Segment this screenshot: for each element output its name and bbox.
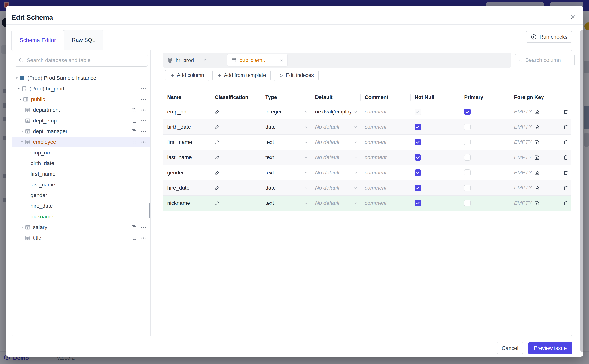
default-select[interactable]: No default — [311, 200, 361, 206]
pencil-icon[interactable] — [215, 170, 220, 175]
column-name-cell[interactable]: first_name — [163, 139, 211, 145]
pencil-icon[interactable] — [215, 155, 220, 160]
caret-down-icon[interactable] — [16, 87, 21, 90]
tree-item-hire_date[interactable]: hire_date — [12, 201, 150, 211]
caret-right-icon[interactable] — [20, 226, 25, 229]
default-select[interactable]: No default — [311, 185, 361, 191]
editor-tab-hr-prod[interactable]: hr_prod — [167, 53, 207, 68]
comment-input[interactable]: comment — [361, 200, 411, 206]
not-null-checkbox[interactable] — [415, 124, 421, 130]
pencil-icon[interactable] — [215, 140, 220, 145]
type-select[interactable]: text — [261, 139, 311, 145]
primary-checkbox[interactable] — [464, 185, 471, 191]
classification-cell[interactable] — [211, 201, 261, 206]
delete-column-icon[interactable] — [563, 139, 569, 145]
more-actions-icon[interactable] — [141, 107, 146, 113]
delete-column-icon[interactable] — [563, 124, 569, 130]
default-select[interactable]: No default — [311, 124, 361, 130]
more-actions-icon[interactable] — [141, 97, 146, 102]
copy-icon[interactable] — [131, 107, 137, 113]
column-search-input[interactable] — [525, 57, 571, 63]
default-select[interactable]: No default — [311, 154, 361, 161]
pencil-icon[interactable] — [215, 124, 220, 130]
more-actions-icon[interactable] — [141, 129, 146, 134]
edit-foreign-key-icon[interactable] — [534, 185, 540, 191]
tree-search-input[interactable] — [26, 57, 144, 64]
editor-tab-public-employee[interactable]: public.em... — [227, 54, 288, 66]
pencil-icon[interactable] — [215, 201, 220, 206]
primary-checkbox[interactable] — [464, 139, 471, 145]
type-select[interactable]: date — [261, 185, 311, 191]
tree-item-title[interactable]: title — [12, 233, 150, 243]
more-actions-icon[interactable] — [141, 86, 146, 91]
column-name-cell[interactable]: last_name — [163, 154, 211, 161]
copy-icon[interactable] — [131, 139, 137, 145]
cancel-button[interactable]: Cancel — [497, 342, 523, 354]
copy-icon[interactable] — [131, 129, 137, 134]
tree-item-first_name[interactable]: first_name — [12, 169, 150, 179]
more-actions-icon[interactable] — [141, 235, 146, 241]
close-tab-icon[interactable] — [203, 58, 207, 62]
not-null-checkbox[interactable] — [415, 185, 421, 191]
tab-raw-sql[interactable]: Raw SQL — [64, 30, 103, 50]
tree-item-last_name[interactable]: last_name — [12, 179, 150, 190]
classification-cell[interactable] — [211, 170, 261, 175]
modal-scrollbar[interactable] — [580, 30, 583, 352]
tree-item-dept_manager[interactable]: dept_manager — [12, 126, 150, 137]
edit-foreign-key-icon[interactable] — [534, 170, 540, 176]
tree-item-nickname[interactable]: nickname — [12, 211, 150, 222]
not-null-checkbox[interactable] — [415, 109, 421, 115]
caret-down-icon[interactable] — [20, 141, 25, 143]
tree-item-gender[interactable]: gender — [12, 190, 150, 201]
comment-input[interactable]: comment — [361, 139, 411, 145]
not-null-checkbox[interactable] — [415, 169, 421, 176]
copy-icon[interactable] — [131, 224, 137, 230]
column-name-cell[interactable]: gender — [163, 170, 211, 176]
primary-checkbox[interactable] — [464, 109, 471, 115]
not-null-checkbox[interactable] — [415, 139, 421, 145]
type-select[interactable]: integer — [261, 109, 311, 115]
tree-item-department[interactable]: department — [12, 105, 150, 115]
edit-foreign-key-icon[interactable] — [534, 200, 540, 206]
copy-icon[interactable] — [131, 235, 137, 241]
caret-right-icon[interactable] — [20, 109, 25, 111]
tree-item-dept_emp[interactable]: dept_emp — [12, 115, 150, 126]
copy-icon[interactable] — [131, 118, 137, 124]
add-from-template-button[interactable]: Add from template — [212, 70, 271, 81]
delete-column-icon[interactable] — [563, 185, 569, 191]
more-actions-icon[interactable] — [141, 139, 146, 145]
type-select[interactable]: date — [261, 124, 311, 130]
type-select[interactable]: text — [261, 154, 311, 161]
comment-input[interactable]: comment — [361, 124, 411, 130]
edit-indexes-button[interactable]: Edit indexes — [274, 70, 319, 81]
comment-input[interactable]: comment — [361, 109, 411, 115]
classification-cell[interactable] — [211, 185, 261, 190]
tree-item-hr_prod[interactable]: (Prod) hr_prod — [12, 83, 150, 94]
panel-resize-handle[interactable] — [149, 203, 151, 218]
type-select[interactable]: text — [261, 200, 311, 206]
tree-item-public[interactable]: public — [12, 94, 150, 105]
edit-foreign-key-icon[interactable] — [534, 155, 540, 160]
default-select[interactable]: nextval('employ — [311, 109, 361, 115]
more-actions-icon[interactable] — [141, 224, 146, 230]
comment-input[interactable]: comment — [361, 154, 411, 161]
tab-schema-editor[interactable]: Schema Editor — [11, 30, 64, 50]
classification-cell[interactable] — [211, 140, 261, 145]
add-column-button[interactable]: Add column — [165, 70, 209, 81]
default-select[interactable]: No default — [311, 170, 361, 176]
close-tab-icon[interactable] — [280, 58, 284, 62]
primary-checkbox[interactable] — [464, 124, 471, 130]
delete-column-icon[interactable] — [563, 170, 569, 176]
delete-column-icon[interactable] — [563, 200, 569, 206]
more-actions-icon[interactable] — [141, 118, 146, 124]
caret-right-icon[interactable] — [20, 119, 25, 122]
tree-item-salary[interactable]: salary — [12, 222, 150, 233]
tree-item-emp_no[interactable]: emp_no — [12, 147, 150, 158]
close-button[interactable] — [569, 12, 578, 22]
delete-column-icon[interactable] — [563, 109, 569, 115]
column-name-cell[interactable]: nickname — [163, 200, 211, 206]
not-null-checkbox[interactable] — [415, 200, 421, 206]
primary-checkbox[interactable] — [464, 169, 471, 176]
column-name-cell[interactable]: hire_date — [163, 185, 211, 191]
delete-column-icon[interactable] — [563, 155, 569, 160]
